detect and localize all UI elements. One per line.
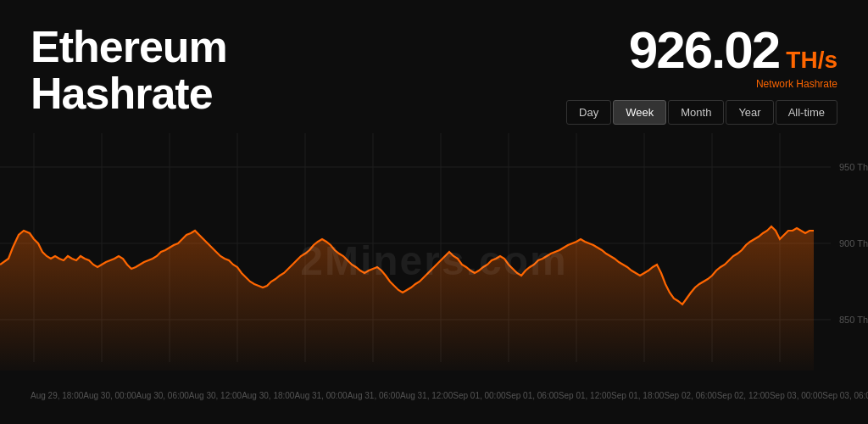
- title-block: Ethereum Hashrate: [31, 24, 227, 116]
- hashrate-label: Network Hashrate: [756, 78, 837, 90]
- x-label: Aug 30, 12:00: [189, 391, 242, 400]
- x-label: Aug 31, 06:00: [348, 391, 400, 400]
- page-title: Ethereum Hashrate: [31, 24, 227, 116]
- x-label: Sep 03, 06:00: [822, 391, 868, 400]
- x-label: Sep 01, 00:00: [453, 391, 505, 400]
- filter-btn-week[interactable]: Week: [613, 100, 666, 125]
- x-label: Sep 02, 06:00: [664, 391, 716, 400]
- x-label: Sep 01, 12:00: [559, 391, 611, 400]
- x-axis-labels: Aug 29, 18:00Aug 30, 00:00Aug 30, 06:00A…: [0, 388, 868, 400]
- x-label: Sep 01, 06:00: [506, 391, 559, 400]
- x-label: Aug 30, 00:00: [83, 391, 136, 400]
- right-block: 926.02 TH/s Network Hashrate DayWeekMont…: [566, 24, 837, 125]
- hashrate-unit: TH/s: [786, 48, 837, 72]
- header: Ethereum Hashrate 926.02 TH/s Network Ha…: [0, 0, 868, 125]
- x-label: Sep 02, 12:00: [717, 391, 770, 400]
- filter-btn-year[interactable]: Year: [726, 100, 773, 125]
- svg-text:950 Th/s: 950 Th/s: [839, 162, 868, 172]
- filter-btn-alltime[interactable]: All-time: [776, 100, 837, 125]
- x-label: Sep 03, 00:00: [770, 391, 822, 400]
- hashrate-display: 926.02 TH/s: [629, 24, 837, 76]
- x-label: Aug 30, 18:00: [242, 391, 294, 400]
- filter-btn-day[interactable]: Day: [566, 100, 611, 125]
- x-label: Aug 31, 12:00: [400, 391, 453, 400]
- time-filter-group: DayWeekMonthYearAll-time: [566, 100, 837, 125]
- x-label: Aug 29, 18:00: [31, 391, 83, 400]
- hashrate-value: 926.02: [629, 24, 780, 76]
- x-label: Aug 30, 06:00: [136, 391, 189, 400]
- svg-text:900 Th/s: 900 Th/s: [839, 238, 868, 248]
- x-label: Sep 01, 18:00: [611, 391, 664, 400]
- main-container: Ethereum Hashrate 926.02 TH/s Network Ha…: [0, 0, 868, 424]
- hashrate-chart: 950 Th/s 900 Th/s 850 Th/s: [0, 133, 868, 388]
- x-label: Aug 31, 00:00: [294, 391, 347, 400]
- filter-btn-month[interactable]: Month: [668, 100, 724, 125]
- svg-text:850 Th/s: 850 Th/s: [839, 315, 868, 325]
- chart-area: 950 Th/s 900 Th/s 850 Th/s 2Miners.com: [0, 133, 868, 388]
